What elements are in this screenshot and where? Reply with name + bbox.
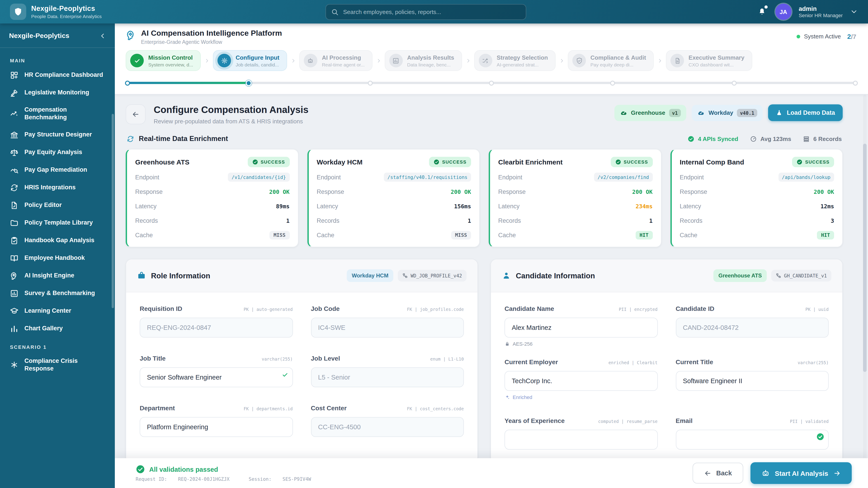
sparkle-icon [504, 395, 510, 400]
schema-icon [402, 273, 408, 279]
sidebar-item-label: AI Insight Engine [24, 272, 74, 280]
sidebar-item-survey-benchmarking[interactable]: Survey & Benchmarking [4, 285, 110, 302]
lock-icon [504, 341, 510, 347]
field-input[interactable] [676, 430, 829, 450]
field-current-title: Current Titlevarchar(255) [676, 359, 829, 400]
api-name: Workday HCM [317, 158, 363, 166]
progress-fill [127, 82, 249, 84]
check-circle-icon [252, 159, 258, 165]
load-demo-data-button[interactable]: Load Demo Data [768, 104, 843, 121]
response-value: 200 OK [814, 188, 834, 195]
field-label: Email [676, 417, 692, 424]
field-meta: enum | L1-L10 [430, 357, 464, 362]
sync-icon [127, 135, 134, 143]
sidebar-title: Nexgile-Peoplytics [9, 32, 69, 39]
field-job-level: Job Levelenum | L1-L10 [311, 355, 464, 387]
panel-candidate-information: Candidate InformationGreenhouse ATSGH_CA… [491, 259, 843, 464]
sidebar-item-compliance-crisis-response[interactable]: Compliance Crisis Response [4, 353, 110, 377]
records-value: 1 [286, 217, 289, 224]
chevron-left-icon[interactable] [99, 32, 107, 39]
integration-badge-workday[interactable]: Workdayv40.1 [692, 105, 763, 121]
field-input[interactable] [311, 318, 464, 338]
field-label: Department [140, 404, 175, 412]
progress-dot [610, 80, 615, 86]
sidebar-item-label: Policy Editor [24, 201, 62, 209]
field-input[interactable] [504, 318, 657, 338]
sidebar-item-label: Pay Gap Remediation [24, 166, 87, 174]
step-analysis-results[interactable]: Analysis ResultsData lineage, benc... [384, 50, 462, 71]
field-meta: FK | cost_centers.code [407, 406, 464, 412]
sidebar-item-chart-gallery[interactable]: Chart Gallery [4, 320, 110, 337]
api-name: Internal Comp Band [680, 158, 744, 166]
api-name: Clearbit Enrichment [498, 158, 563, 166]
field-input[interactable] [140, 367, 293, 387]
sidebar-item-pay-structure-designer[interactable]: Pay Structure Designer [4, 127, 110, 143]
sidebar-item-hris-integrations[interactable]: HRIS Integrations [4, 180, 110, 196]
step-strategy-selection[interactable]: Strategy SelectionAI-generated strat... [474, 50, 556, 71]
asterisk-icon [10, 361, 19, 369]
back-footer-button[interactable]: Back [692, 463, 743, 483]
field-input[interactable] [140, 417, 293, 437]
search-input[interactable] [326, 4, 526, 20]
field-input[interactable] [676, 318, 829, 338]
search-icon [331, 8, 339, 16]
field-input[interactable] [676, 371, 829, 391]
sidebar-item-pay-gap-remediation[interactable]: Pay Gap Remediation [4, 162, 110, 178]
progress-dot [853, 80, 858, 86]
field-input[interactable] [504, 430, 657, 450]
field-label: Current Employer [504, 359, 558, 366]
sidebar-item-ai-insight-engine[interactable]: AI Insight Engine [4, 267, 110, 284]
robot-icon [307, 57, 314, 64]
sidebar-item-policy-template-library[interactable]: Policy Template Library [4, 215, 110, 231]
sidebar: Nexgile-Peoplytics MAINHR Compliance Das… [0, 24, 115, 488]
cloud-check-icon [620, 109, 627, 117]
progress-dot [732, 80, 737, 86]
user-role: Senior HR Manager [799, 13, 843, 18]
page-scrollbar-thumb[interactable] [863, 144, 867, 372]
field-meta: PII | validated [790, 419, 829, 424]
source-pill: Workday HCM [347, 269, 393, 282]
arrow-right-icon [833, 470, 841, 477]
step-subtitle: Data lineage, benc... [407, 62, 454, 67]
sidebar-item-hr-compliance-dashboard[interactable]: HR Compliance Dashboard [4, 67, 110, 84]
progress-dot [489, 80, 494, 86]
global-search [326, 4, 526, 20]
arrow-left-icon[interactable] [131, 110, 140, 119]
shield-icon [13, 7, 23, 16]
sidebar-item-policy-editor[interactable]: Policy Editor [4, 197, 110, 214]
chevron-down-icon[interactable] [850, 8, 858, 16]
field-input[interactable] [311, 367, 464, 387]
field-input[interactable] [504, 371, 657, 391]
step-ai-processing[interactable]: AI ProcessingReal-time agent or... [299, 50, 372, 71]
step-compliance-audit[interactable]: Compliance & AuditPay equity deep di... [568, 50, 654, 71]
field-label: Cost Center [311, 404, 347, 412]
avatar[interactable]: JA [775, 4, 792, 20]
field-input[interactable] [140, 318, 293, 338]
start-ai-analysis-button[interactable]: Start AI Analysis [750, 462, 852, 484]
cache-value: HIT [817, 231, 834, 239]
step-configure-input[interactable]: Configure InputJob details, candid... [213, 50, 287, 71]
notifications-bell[interactable] [757, 6, 768, 17]
sidebar-item-compensation-benchmarking[interactable]: Compensation Benchmarking [4, 102, 110, 126]
sidebar-scrollbar-thumb[interactable] [112, 114, 114, 308]
back-button[interactable] [126, 104, 146, 124]
dashboard-icon [10, 71, 19, 79]
page-subtitle: Review pre-populated data from ATS & HRI… [154, 118, 309, 125]
field-label: Candidate Name [504, 305, 554, 313]
sidebar-item-learning-center[interactable]: Learning Center [4, 303, 110, 320]
latency-value: 156ms [454, 203, 471, 210]
step-executive-summary[interactable]: Executive SummaryCXO dashboard wit... [666, 50, 752, 71]
sidebar-collapse-button[interactable] [99, 31, 107, 40]
field-input[interactable] [311, 417, 464, 437]
sidebar-item-employee-handbook[interactable]: Employee Handbook [4, 250, 110, 267]
user-menu-chevron[interactable] [850, 7, 858, 16]
sidebar-item-legislative-monitoring[interactable]: Legislative Monitoring [4, 85, 110, 101]
integration-badge-greenhouse[interactable]: Greenhousev1 [614, 105, 686, 121]
step-title: Mission Control [148, 54, 193, 61]
check-circle-icon [688, 135, 694, 142]
sidebar-item-handbook-gap-analysis[interactable]: Handbook Gap Analysis [4, 232, 110, 249]
step-mission-control[interactable]: Mission ControlSystem overview, d... [126, 50, 201, 71]
panel-title: Role Information [151, 271, 210, 280]
sidebar-item-label: Compliance Crisis Response [24, 357, 105, 373]
sidebar-item-pay-equity-analysis[interactable]: Pay Equity Analysis [4, 144, 110, 161]
